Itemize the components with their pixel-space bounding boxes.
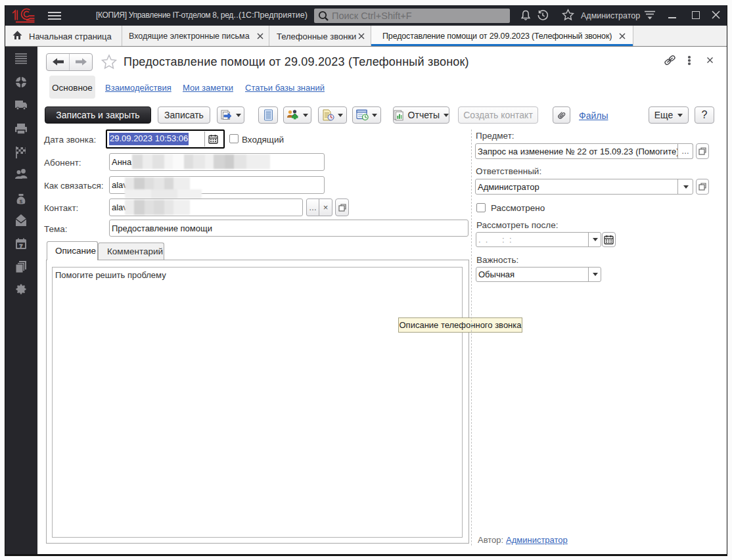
- svg-text:7: 7: [20, 243, 23, 249]
- svg-text:$: $: [20, 198, 23, 204]
